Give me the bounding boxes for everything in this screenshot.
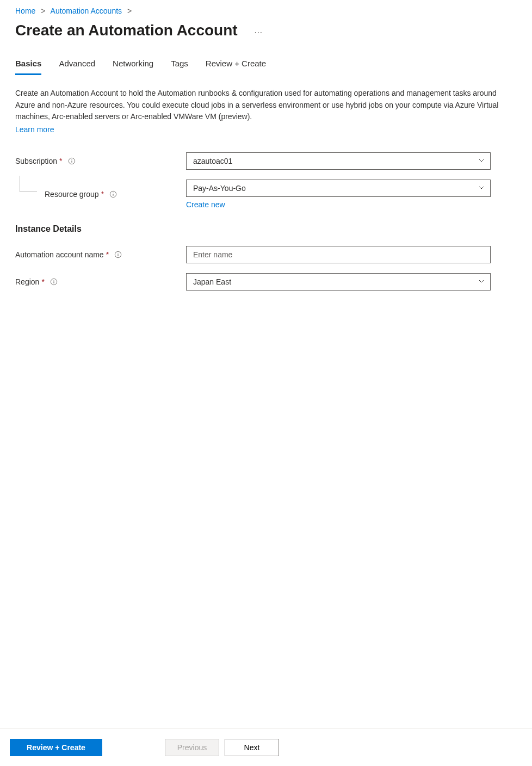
create-new-link[interactable]: Create new xyxy=(186,200,225,209)
tab-advanced[interactable]: Advanced xyxy=(59,54,95,75)
required-indicator: * xyxy=(106,250,109,259)
svg-point-11 xyxy=(53,280,54,281)
svg-point-2 xyxy=(71,159,72,160)
previous-button: Previous xyxy=(165,739,219,756)
chevron-down-icon xyxy=(478,184,485,193)
tab-description: Create an Automation Account to hold the… xyxy=(15,88,510,123)
breadcrumb: Home > Automation Accounts > xyxy=(15,7,517,15)
required-indicator: * xyxy=(101,190,104,199)
resource-group-value: Pay-As-You-Go xyxy=(193,184,246,193)
svg-point-8 xyxy=(118,253,119,254)
tab-networking[interactable]: Networking xyxy=(113,54,153,75)
resource-group-dropdown[interactable]: Pay-As-You-Go xyxy=(186,180,491,197)
subscription-value: azautoac01 xyxy=(193,157,232,165)
required-indicator: * xyxy=(41,277,44,286)
breadcrumb-separator: > xyxy=(127,7,132,15)
tab-review-create[interactable]: Review + Create xyxy=(206,54,266,75)
tree-connector xyxy=(20,176,37,192)
chevron-down-icon xyxy=(478,157,485,165)
info-icon[interactable] xyxy=(68,157,76,165)
chevron-down-icon xyxy=(478,277,485,286)
more-icon[interactable]: … xyxy=(254,26,263,35)
info-icon[interactable] xyxy=(50,278,58,286)
page-title: Create an Automation Account xyxy=(15,22,238,39)
automation-account-name-label: Automation account name xyxy=(15,250,104,259)
tab-basics[interactable]: Basics xyxy=(15,54,41,75)
region-label: Region xyxy=(15,277,39,286)
breadcrumb-separator: > xyxy=(41,7,45,15)
learn-more-link[interactable]: Learn more xyxy=(15,125,54,134)
subscription-label: Subscription xyxy=(15,157,57,165)
info-icon[interactable] xyxy=(114,251,122,258)
region-value: Japan East xyxy=(193,277,231,286)
svg-point-5 xyxy=(113,193,114,193)
next-button[interactable]: Next xyxy=(225,739,279,756)
tabs: Basics Advanced Networking Tags Review +… xyxy=(15,54,517,76)
instance-details-heading: Instance Details xyxy=(15,224,517,234)
breadcrumb-home[interactable]: Home xyxy=(15,7,35,15)
tab-tags[interactable]: Tags xyxy=(171,54,188,75)
review-create-button[interactable]: Review + Create xyxy=(10,739,102,756)
region-dropdown[interactable]: Japan East xyxy=(186,273,491,291)
info-icon[interactable] xyxy=(109,190,117,198)
required-indicator: * xyxy=(59,157,62,165)
subscription-dropdown[interactable]: azautoac01 xyxy=(186,152,491,170)
automation-account-name-input[interactable] xyxy=(186,246,491,263)
breadcrumb-automation-accounts[interactable]: Automation Accounts xyxy=(51,7,122,15)
resource-group-label: Resource group xyxy=(45,190,99,199)
